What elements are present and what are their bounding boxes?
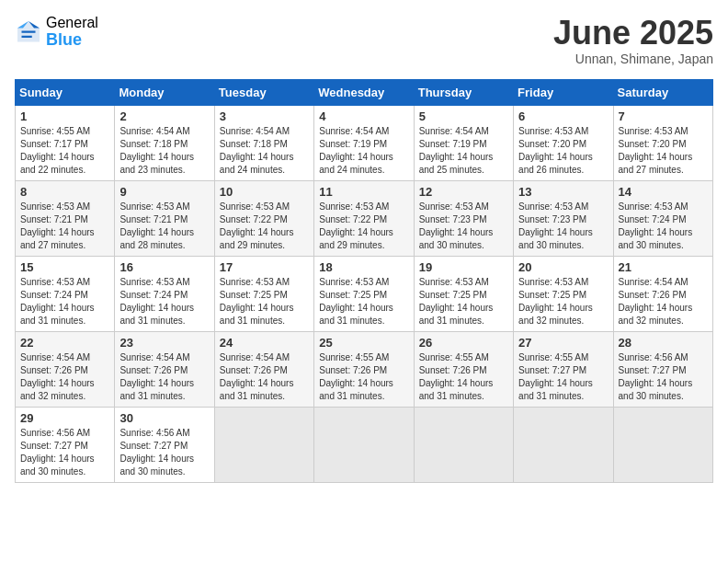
day-number: 28 bbox=[619, 336, 708, 350]
calendar-cell: 18 Sunrise: 4:53 AM Sunset: 7:25 PM Dayl… bbox=[314, 256, 414, 331]
day-number: 24 bbox=[220, 336, 309, 350]
weekday-header-row: SundayMondayTuesdayWednesdayThursdayFrid… bbox=[16, 79, 713, 105]
day-number: 23 bbox=[119, 336, 209, 350]
calendar-cell: 21 Sunrise: 4:54 AM Sunset: 7:26 PM Dayl… bbox=[613, 256, 712, 331]
calendar-cell: 11 Sunrise: 4:53 AM Sunset: 7:22 PM Dayl… bbox=[314, 180, 414, 256]
calendar-cell: 23 Sunrise: 4:54 AM Sunset: 7:26 PM Dayl… bbox=[115, 331, 214, 407]
svg-rect-4 bbox=[22, 35, 32, 37]
day-number: 7 bbox=[619, 109, 708, 123]
calendar-cell: 10 Sunrise: 4:53 AM Sunset: 7:22 PM Dayl… bbox=[214, 180, 313, 256]
day-number: 29 bbox=[20, 411, 109, 425]
day-info: Sunrise: 4:53 AM Sunset: 7:25 PM Dayligh… bbox=[319, 276, 408, 327]
calendar-cell: 16 Sunrise: 4:53 AM Sunset: 7:24 PM Dayl… bbox=[115, 256, 214, 331]
logo: General Blue bbox=[15, 15, 98, 49]
logo-icon bbox=[15, 18, 42, 46]
calendar-cell: 15 Sunrise: 4:53 AM Sunset: 7:24 PM Dayl… bbox=[16, 256, 115, 331]
calendar-body: 1 Sunrise: 4:55 AM Sunset: 7:17 PM Dayli… bbox=[16, 105, 713, 482]
day-info: Sunrise: 4:53 AM Sunset: 7:20 PM Dayligh… bbox=[518, 125, 608, 177]
day-info: Sunrise: 4:53 AM Sunset: 7:24 PM Dayligh… bbox=[119, 276, 209, 327]
calendar-cell bbox=[613, 407, 712, 482]
calendar-cell: 19 Sunrise: 4:53 AM Sunset: 7:25 PM Dayl… bbox=[414, 256, 513, 331]
day-number: 14 bbox=[619, 185, 708, 199]
weekday-wednesday: Wednesday bbox=[314, 79, 414, 105]
day-info: Sunrise: 4:53 AM Sunset: 7:24 PM Dayligh… bbox=[20, 276, 109, 327]
calendar-cell: 29 Sunrise: 4:56 AM Sunset: 7:27 PM Dayl… bbox=[16, 407, 115, 482]
day-number: 9 bbox=[119, 185, 209, 199]
day-info: Sunrise: 4:56 AM Sunset: 7:27 PM Dayligh… bbox=[119, 427, 209, 478]
calendar-cell: 8 Sunrise: 4:53 AM Sunset: 7:21 PM Dayli… bbox=[16, 180, 115, 256]
day-info: Sunrise: 4:53 AM Sunset: 7:25 PM Dayligh… bbox=[518, 276, 608, 327]
calendar-week-4: 22 Sunrise: 4:54 AM Sunset: 7:26 PM Dayl… bbox=[16, 331, 713, 407]
day-number: 20 bbox=[518, 260, 608, 274]
weekday-thursday: Thursday bbox=[414, 79, 513, 105]
day-info: Sunrise: 4:54 AM Sunset: 7:26 PM Dayligh… bbox=[20, 351, 109, 403]
weekday-monday: Monday bbox=[115, 79, 214, 105]
day-info: Sunrise: 4:53 AM Sunset: 7:24 PM Dayligh… bbox=[619, 201, 708, 252]
title-block: June 2025 Unnan, Shimane, Japan bbox=[553, 15, 713, 66]
day-info: Sunrise: 4:53 AM Sunset: 7:21 PM Dayligh… bbox=[119, 201, 209, 252]
calendar-cell bbox=[214, 407, 313, 482]
day-number: 11 bbox=[319, 185, 408, 199]
day-info: Sunrise: 4:54 AM Sunset: 7:26 PM Dayligh… bbox=[619, 276, 708, 327]
day-info: Sunrise: 4:53 AM Sunset: 7:25 PM Dayligh… bbox=[419, 276, 508, 327]
day-number: 8 bbox=[20, 185, 109, 199]
day-info: Sunrise: 4:53 AM Sunset: 7:20 PM Dayligh… bbox=[619, 125, 708, 177]
calendar-cell bbox=[414, 407, 513, 482]
calendar-week-3: 15 Sunrise: 4:53 AM Sunset: 7:24 PM Dayl… bbox=[16, 256, 713, 331]
calendar-week-1: 1 Sunrise: 4:55 AM Sunset: 7:17 PM Dayli… bbox=[16, 105, 713, 180]
day-info: Sunrise: 4:56 AM Sunset: 7:27 PM Dayligh… bbox=[619, 351, 708, 403]
day-number: 10 bbox=[220, 185, 309, 199]
day-info: Sunrise: 4:56 AM Sunset: 7:27 PM Dayligh… bbox=[20, 427, 109, 478]
day-number: 30 bbox=[119, 411, 209, 425]
day-info: Sunrise: 4:54 AM Sunset: 7:19 PM Dayligh… bbox=[419, 125, 508, 177]
day-number: 12 bbox=[419, 185, 508, 199]
day-number: 4 bbox=[319, 109, 408, 123]
calendar-cell: 7 Sunrise: 4:53 AM Sunset: 7:20 PM Dayli… bbox=[613, 105, 712, 180]
day-number: 6 bbox=[518, 109, 608, 123]
day-info: Sunrise: 4:54 AM Sunset: 7:18 PM Dayligh… bbox=[119, 125, 209, 177]
day-info: Sunrise: 4:55 AM Sunset: 7:26 PM Dayligh… bbox=[319, 351, 408, 403]
weekday-sunday: Sunday bbox=[16, 79, 115, 105]
calendar-cell: 14 Sunrise: 4:53 AM Sunset: 7:24 PM Dayl… bbox=[613, 180, 712, 256]
day-info: Sunrise: 4:55 AM Sunset: 7:27 PM Dayligh… bbox=[518, 351, 608, 403]
calendar-cell: 4 Sunrise: 4:54 AM Sunset: 7:19 PM Dayli… bbox=[314, 105, 414, 180]
day-number: 16 bbox=[119, 260, 209, 274]
day-info: Sunrise: 4:54 AM Sunset: 7:26 PM Dayligh… bbox=[220, 351, 309, 403]
month-title: June 2025 bbox=[553, 15, 713, 52]
calendar-cell bbox=[514, 407, 613, 482]
day-number: 17 bbox=[220, 260, 309, 274]
day-info: Sunrise: 4:54 AM Sunset: 7:18 PM Dayligh… bbox=[220, 125, 309, 177]
day-info: Sunrise: 4:53 AM Sunset: 7:25 PM Dayligh… bbox=[220, 276, 309, 327]
day-info: Sunrise: 4:53 AM Sunset: 7:21 PM Dayligh… bbox=[20, 201, 109, 252]
logo-text: General Blue bbox=[46, 15, 98, 49]
day-info: Sunrise: 4:53 AM Sunset: 7:22 PM Dayligh… bbox=[220, 201, 309, 252]
calendar-cell: 2 Sunrise: 4:54 AM Sunset: 7:18 PM Dayli… bbox=[115, 105, 214, 180]
day-info: Sunrise: 4:55 AM Sunset: 7:26 PM Dayligh… bbox=[419, 351, 508, 403]
calendar-cell: 27 Sunrise: 4:55 AM Sunset: 7:27 PM Dayl… bbox=[514, 331, 613, 407]
day-number: 21 bbox=[619, 260, 708, 274]
day-info: Sunrise: 4:55 AM Sunset: 7:17 PM Dayligh… bbox=[20, 125, 109, 177]
calendar-week-5: 29 Sunrise: 4:56 AM Sunset: 7:27 PM Dayl… bbox=[16, 407, 713, 482]
calendar-cell: 1 Sunrise: 4:55 AM Sunset: 7:17 PM Dayli… bbox=[16, 105, 115, 180]
calendar-cell: 20 Sunrise: 4:53 AM Sunset: 7:25 PM Dayl… bbox=[514, 256, 613, 331]
day-info: Sunrise: 4:53 AM Sunset: 7:23 PM Dayligh… bbox=[419, 201, 508, 252]
calendar-cell: 12 Sunrise: 4:53 AM Sunset: 7:23 PM Dayl… bbox=[414, 180, 513, 256]
calendar-week-2: 8 Sunrise: 4:53 AM Sunset: 7:21 PM Dayli… bbox=[16, 180, 713, 256]
day-number: 18 bbox=[319, 260, 408, 274]
day-info: Sunrise: 4:54 AM Sunset: 7:19 PM Dayligh… bbox=[319, 125, 408, 177]
day-number: 15 bbox=[20, 260, 109, 274]
calendar-cell: 26 Sunrise: 4:55 AM Sunset: 7:26 PM Dayl… bbox=[414, 331, 513, 407]
day-info: Sunrise: 4:54 AM Sunset: 7:26 PM Dayligh… bbox=[119, 351, 209, 403]
calendar-cell bbox=[314, 407, 414, 482]
weekday-saturday: Saturday bbox=[613, 79, 712, 105]
page-header: General Blue June 2025 Unnan, Shimane, J… bbox=[15, 15, 713, 66]
calendar-cell: 5 Sunrise: 4:54 AM Sunset: 7:19 PM Dayli… bbox=[414, 105, 513, 180]
day-number: 25 bbox=[319, 336, 408, 350]
svg-rect-3 bbox=[22, 30, 36, 32]
calendar-cell: 25 Sunrise: 4:55 AM Sunset: 7:26 PM Dayl… bbox=[314, 331, 414, 407]
day-number: 19 bbox=[419, 260, 508, 274]
day-number: 26 bbox=[419, 336, 508, 350]
calendar-cell: 28 Sunrise: 4:56 AM Sunset: 7:27 PM Dayl… bbox=[613, 331, 712, 407]
calendar-cell: 24 Sunrise: 4:54 AM Sunset: 7:26 PM Dayl… bbox=[214, 331, 313, 407]
day-info: Sunrise: 4:53 AM Sunset: 7:23 PM Dayligh… bbox=[518, 201, 608, 252]
